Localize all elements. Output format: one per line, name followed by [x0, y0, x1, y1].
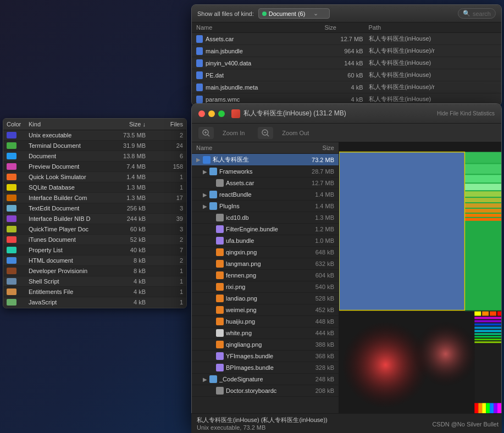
tree-row[interactable]: FilterEngine.bundle 1.2 MB — [192, 224, 339, 235]
minimize-button[interactable] — [208, 110, 215, 117]
tree-row[interactable]: langman.png 632 kB — [192, 258, 339, 270]
tree-row[interactable]: qingxin.png 648 kB — [192, 247, 339, 258]
file-list-row[interactable]: pinyin_v400.data 144 kB 私人专科医生(inHouse) — [192, 57, 501, 69]
tree-name: fennen.png — [226, 272, 313, 279]
tree-row[interactable]: landiao.png 528 kB — [192, 293, 339, 304]
tree-row[interactable]: weimei.png 452 kB — [192, 304, 339, 316]
tree-row[interactable]: Doctor.storyboardc 208 kB — [192, 385, 339, 397]
tree-col-size: Size — [290, 145, 334, 151]
color-cell — [7, 142, 29, 149]
tree-row[interactable]: ▶ _CodeSignature 248 kB — [192, 374, 339, 385]
color-cell — [7, 236, 29, 243]
svg-rect-9 — [464, 152, 501, 163]
kind-label: SQLite Database — [29, 184, 106, 191]
color-swatch — [7, 195, 16, 201]
ck-row[interactable]: Document 13.8 MB 6 — [3, 151, 186, 162]
color-swatch — [7, 278, 16, 285]
size-label: 31.9 MB — [106, 142, 150, 149]
tree-row[interactable]: Assets.car 12.7 MB — [192, 177, 339, 189]
search-box[interactable]: 🔍 search — [458, 8, 496, 19]
ck-row[interactable]: Preview Document 7.4 MB 158 — [3, 162, 186, 172]
zoom-in-button[interactable] — [198, 127, 214, 139]
traffic-lights — [198, 110, 225, 117]
ck-row[interactable]: JavaScript 4 kB 1 — [3, 297, 186, 308]
ck-row[interactable]: Developer Provisionin 8 kB 1 — [3, 266, 186, 276]
ck-row[interactable]: Interface Builder NIB D 244 kB 39 — [3, 214, 186, 224]
ck-row[interactable]: Property List 40 kB 7 — [3, 245, 186, 256]
tree-row[interactable]: BPImages.bundle 328 kB — [192, 362, 339, 374]
tree-row[interactable]: huaijiu.png 448 kB — [192, 316, 339, 327]
color-swatch — [7, 184, 16, 191]
color-cell — [7, 215, 29, 222]
tree-row[interactable]: fennen.png 604 kB — [192, 270, 339, 281]
file-size: 12.7 MB — [325, 36, 369, 42]
file-list-row[interactable]: Assets.car 12.7 MB 私人专科医生(inHouse) — [192, 33, 501, 45]
svg-rect-24 — [474, 312, 481, 316]
ck-row[interactable]: TextEdit Document 256 kB 3 — [3, 203, 186, 214]
tree-row[interactable]: ▶ PlugIns 1.4 MB — [192, 201, 339, 212]
window-title-text: 私人专科医生(inHouse) (131.2 MB) — [243, 109, 346, 118]
tree-arrow: ▶ — [203, 192, 209, 198]
kind-dropdown[interactable]: Document (6) ⌄ — [258, 8, 330, 19]
tree-row[interactable]: YFImages.bundle 368 kB — [192, 351, 339, 362]
ck-row[interactable]: HTML document 8 kB 2 — [3, 256, 186, 266]
size-label: 4 kB — [106, 278, 150, 285]
file-name: params.wmc — [206, 96, 240, 103]
tree-row[interactable]: ▶ 私人专科医生 73.2 MB — [192, 154, 339, 166]
file-list-row[interactable]: main.jsbundle 964 kB 私人专科医生(inHouse)/r — [192, 45, 501, 57]
ck-row[interactable]: Quick Look Simulator 1.4 MB 1 — [3, 172, 186, 182]
ck-row[interactable]: Interface Builder Com 1.3 MB 17 — [3, 193, 186, 203]
tree-size: 1.4 MB — [315, 191, 334, 198]
tree-icon — [216, 295, 224, 302]
kind-label: Terminal Document — [29, 142, 106, 149]
tree-name: BPImages.bundle — [226, 364, 313, 371]
file-size: 4 kB — [325, 96, 369, 103]
ck-row[interactable]: QuickTime Player Doc 60 kB 3 — [3, 224, 186, 235]
zoom-out-button[interactable] — [258, 127, 273, 139]
files-count: 2 — [150, 236, 183, 243]
tree-row[interactable]: white.png 444 kB — [192, 327, 339, 339]
ck-row[interactable]: Terminal Document 31.9 MB 24 — [3, 141, 186, 151]
color-cell — [7, 153, 29, 159]
ck-row[interactable]: Entitlements File 4 kB 1 — [3, 287, 186, 297]
main-content: Name Size ▶ 私人专科医生 73.2 MB ▶ Frameworks … — [192, 142, 501, 427]
kind-label: Document — [29, 153, 106, 159]
svg-rect-13 — [464, 191, 501, 197]
col-size: Size — [325, 24, 369, 31]
tree-header: Name Size — [192, 142, 339, 154]
svg-rect-29 — [474, 320, 501, 323]
ck-row[interactable]: Shell Script 4 kB 1 — [3, 276, 186, 287]
file-list-row[interactable]: PE.dat 60 kB 私人专科医生(inHouse) — [192, 69, 501, 81]
tree-icon — [216, 179, 224, 187]
kind-dot — [262, 12, 267, 16]
tree-size: 540 kB — [315, 284, 334, 290]
kind-label: Property List — [29, 247, 106, 253]
close-button[interactable] — [198, 110, 205, 117]
tree-row[interactable]: rixi.png 540 kB — [192, 281, 339, 293]
tree-row[interactable]: ▶ reactBundle 1.4 MB — [192, 189, 339, 201]
svg-point-22 — [413, 321, 478, 387]
tree-size: 73.2 MB — [312, 157, 334, 163]
tree-row[interactable]: qingliang.png 388 kB — [192, 339, 339, 351]
tree-name: weimei.png — [226, 307, 313, 313]
svg-rect-33 — [474, 333, 501, 335]
tree-size: 12.7 MB — [312, 180, 334, 186]
ck-row[interactable]: SQLite Database 1.3 MB 1 — [3, 182, 186, 193]
tree-row[interactable]: ufa.bundle 1.0 MB — [192, 235, 339, 247]
ck-row[interactable]: iTunes Document 52 kB 2 — [3, 235, 186, 245]
tree-row[interactable]: ▶ Frameworks 28.7 MB — [192, 166, 339, 177]
maximize-button[interactable] — [218, 110, 225, 117]
files-count: 24 — [150, 142, 183, 149]
color-cell — [7, 205, 29, 212]
files-count: 39 — [150, 215, 183, 222]
svg-rect-14 — [464, 198, 501, 202]
hide-stats-button[interactable]: Hide File Kind Statistics — [437, 110, 495, 116]
ck-row[interactable]: Unix executable 73.5 MB 2 — [3, 130, 186, 141]
tree-icon — [216, 260, 224, 268]
tree-row[interactable]: icd10.db 1.3 MB — [192, 212, 339, 224]
color-swatch — [7, 174, 16, 180]
file-list-row[interactable]: main.jsbundle.meta 4 kB 私人专科医生(inHouse)/… — [192, 81, 501, 93]
tree-name: qingxin.png — [226, 249, 313, 256]
tree-name: icd10.db — [226, 214, 313, 221]
svg-line-5 — [267, 134, 269, 136]
